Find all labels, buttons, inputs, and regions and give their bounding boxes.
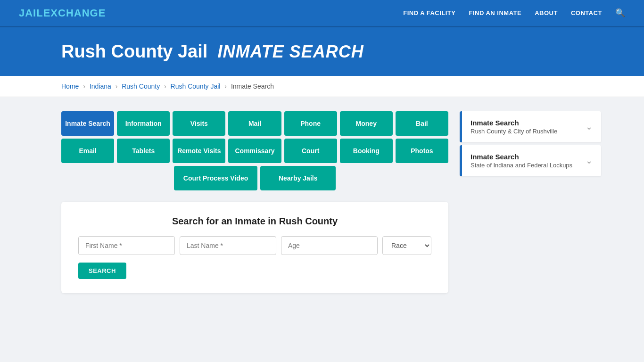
nav-find-facility[interactable]: FIND A FACILITY [403,9,455,16]
last-name-input[interactable] [180,236,276,255]
logo-exchange: EXCHANGE [43,7,106,19]
navbar: JAILEXCHANGE FIND A FACILITY FIND AN INM… [0,0,644,27]
page-title: Rush County Jail INMATE SEARCH [61,41,625,62]
tab-inmate-search[interactable]: Inmate Search [61,111,114,136]
breadcrumb-current: Inmate Search [231,82,274,90]
age-input[interactable] [281,236,378,255]
sidebar-card-1[interactable]: Inmate Search Rush County & City of Rush… [460,111,601,142]
search-button[interactable]: SEARCH [78,263,126,279]
tab-booking[interactable]: Booking [340,139,393,163]
tab-phone[interactable]: Phone [284,111,337,136]
tab-visits[interactable]: Visits [173,111,225,136]
left-column: Inmate Search Information Visits Mail Ph… [61,111,448,293]
tab-money[interactable]: Money [340,111,393,136]
breadcrumb: Home › Indiana › Rush County › Rush Coun… [0,76,644,97]
tab-bail[interactable]: Bail [396,111,448,136]
sidebar-card-1-text: Inmate Search Rush County & City of Rush… [471,119,557,135]
tabs-row-2: Email Tablets Remote Visits Commissary C… [61,139,448,163]
tab-email[interactable]: Email [61,139,114,163]
sidebar-card-1-title: Inmate Search [471,119,557,127]
logo-jail: JAIL [19,7,43,19]
hero-title-italic: INMATE SEARCH [218,42,364,61]
search-icon[interactable]: 🔍 [615,8,625,18]
chevron-down-icon-2: ⌄ [586,156,593,166]
chevron-down-icon-1: ⌄ [586,122,593,132]
site-logo[interactable]: JAILEXCHANGE [19,7,106,19]
breadcrumb-sep-2: › [116,82,118,90]
sidebar-card-2-text: Inmate Search State of Indiana and Feder… [471,153,572,169]
search-panel: Search for an Inmate in Rush County Race… [61,202,448,293]
breadcrumb-sep-1: › [83,82,85,90]
tabs-row-1: Inmate Search Information Visits Mail Ph… [61,111,448,136]
breadcrumb-sep-4: › [224,82,227,90]
search-fields: Race White Black Hispanic Asian Other [78,236,431,255]
tab-photos[interactable]: Photos [396,139,448,163]
tab-information[interactable]: Information [117,111,170,136]
main-content: Inmate Search Information Visits Mail Ph… [0,97,644,307]
tab-nearby-jails[interactable]: Nearby Jails [260,166,336,190]
hero-title-main: Rush County Jail [61,41,207,61]
sidebar-card-2[interactable]: Inmate Search State of Indiana and Feder… [460,145,601,176]
nav-links: FIND A FACILITY FIND AN INMATE ABOUT CON… [403,8,625,18]
tab-court[interactable]: Court [284,139,337,163]
tab-tablets[interactable]: Tablets [117,139,170,163]
sidebar-card-2-subtitle: State of Indiana and Federal Lockups [471,162,572,169]
first-name-input[interactable] [78,236,175,255]
tab-commissary[interactable]: Commissary [228,139,281,163]
breadcrumb-home[interactable]: Home [61,82,79,90]
breadcrumb-indiana[interactable]: Indiana [90,82,111,90]
tabs-row-3: Court Process Video Nearby Jails [61,166,448,190]
nav-about[interactable]: ABOUT [535,9,558,16]
search-title: Search for an Inmate in Rush County [78,216,431,227]
nav-contact[interactable]: CONTACT [571,9,602,16]
race-select[interactable]: Race White Black Hispanic Asian Other [382,236,431,255]
right-sidebar: Inmate Search Rush County & City of Rush… [460,111,601,179]
sidebar-card-1-subtitle: Rush County & City of Rushville [471,128,557,135]
breadcrumb-rush-county-jail[interactable]: Rush County Jail [171,82,221,90]
tab-court-process-video[interactable]: Court Process Video [174,166,257,190]
tab-remote-visits[interactable]: Remote Visits [173,139,225,163]
hero-section: Rush County Jail INMATE SEARCH [0,27,644,76]
breadcrumb-rush-county[interactable]: Rush County [122,82,160,90]
sidebar-card-2-title: Inmate Search [471,153,572,161]
breadcrumb-sep-3: › [164,82,166,90]
tab-mail[interactable]: Mail [228,111,281,136]
nav-find-inmate[interactable]: FIND AN INMATE [469,9,521,16]
